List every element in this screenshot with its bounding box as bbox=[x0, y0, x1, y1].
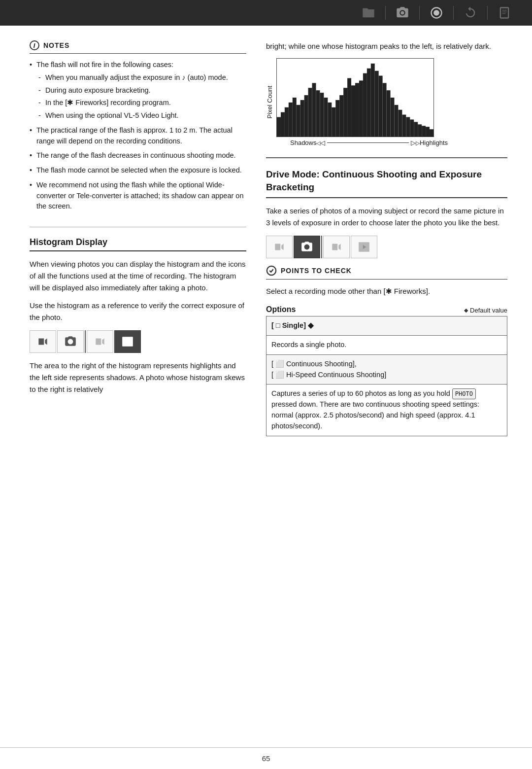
rotate-icon[interactable] bbox=[463, 5, 478, 21]
svg-rect-8 bbox=[297, 105, 300, 137]
mode-icon-separator bbox=[85, 330, 86, 353]
svg-rect-19 bbox=[339, 95, 343, 137]
table-row-single-desc: Records a single photo. bbox=[266, 336, 507, 355]
histogram-continued-text: bright; while one whose histogram peaks … bbox=[266, 40, 507, 52]
svg-rect-31 bbox=[387, 90, 391, 137]
svg-rect-9 bbox=[300, 100, 304, 137]
top-navigation-bar bbox=[0, 0, 532, 26]
histogram-para-2: Use the histogram as a reference to veri… bbox=[30, 300, 246, 323]
svg-rect-14 bbox=[320, 93, 324, 137]
svg-rect-21 bbox=[347, 78, 351, 137]
mode-icon-video bbox=[30, 330, 56, 353]
histogram-bottom-text: The area to the right of the histogram r… bbox=[30, 360, 246, 395]
nav-divider-4 bbox=[487, 6, 488, 20]
option-continuous-desc: Captures a series of up to 60 photos as … bbox=[266, 384, 507, 436]
svg-rect-13 bbox=[316, 90, 320, 137]
notes-list: The flash will not fire in the following… bbox=[30, 60, 246, 212]
arrow-left: ◁ bbox=[316, 139, 325, 146]
drive-mode-intro: Take a series of photos of a moving subj… bbox=[266, 205, 507, 229]
svg-rect-42 bbox=[430, 129, 433, 137]
svg-rect-15 bbox=[324, 98, 328, 137]
nav-divider bbox=[385, 6, 386, 20]
svg-rect-16 bbox=[328, 103, 332, 137]
notes-subitem-1: When you manually adjust the exposure in… bbox=[38, 72, 246, 83]
right-column: bright; while one whose histogram peaks … bbox=[266, 40, 507, 737]
histogram-chart-area: Pixel Count bbox=[266, 58, 507, 146]
svg-rect-27 bbox=[371, 64, 375, 137]
table-row-continuous: [ ⬜ Continuous Shooting],[ ⬜ Hi-Speed Co… bbox=[266, 354, 507, 384]
drive-mode-separator bbox=[321, 236, 322, 258]
option-continuous: [ ⬜ Continuous Shooting],[ ⬜ Hi-Speed Co… bbox=[266, 354, 507, 384]
histogram-para-1: When viewing photos you can display the … bbox=[30, 258, 246, 294]
mode-icon-review bbox=[87, 330, 113, 353]
drive-mode-icon-review bbox=[323, 236, 350, 258]
notes-item-3: The range of the flash decreases in cont… bbox=[30, 150, 246, 161]
svg-rect-22 bbox=[351, 85, 355, 137]
svg-rect-30 bbox=[383, 83, 387, 137]
svg-rect-36 bbox=[406, 117, 410, 137]
svg-rect-10 bbox=[304, 95, 308, 137]
folder-icon[interactable] bbox=[361, 5, 376, 21]
svg-point-1 bbox=[433, 10, 439, 16]
svg-rect-32 bbox=[391, 98, 395, 137]
svg-rect-11 bbox=[308, 88, 312, 137]
svg-rect-34 bbox=[398, 110, 402, 137]
histogram-axis-labels: Shadows ◁ ▷ Highlights bbox=[290, 139, 448, 146]
notes-sublist-1: When you manually adjust the exposure in… bbox=[36, 72, 246, 121]
svg-rect-37 bbox=[410, 119, 414, 137]
histogram-chart bbox=[276, 58, 434, 137]
svg-rect-24 bbox=[359, 80, 363, 137]
svg-rect-18 bbox=[335, 100, 339, 137]
book-icon[interactable] bbox=[497, 5, 512, 21]
mode-icon-photo bbox=[57, 330, 84, 353]
drive-mode-icons bbox=[266, 236, 507, 258]
svg-rect-25 bbox=[363, 73, 367, 137]
notes-item-1-text: The flash will not fire in the following… bbox=[36, 61, 173, 69]
nav-divider-2 bbox=[419, 6, 420, 20]
svg-rect-33 bbox=[395, 105, 399, 137]
svg-rect-3 bbox=[277, 117, 281, 137]
highlights-label: Highlights bbox=[420, 139, 448, 146]
notes-subitem-2: During auto exposure bracketing. bbox=[38, 85, 246, 96]
svg-rect-41 bbox=[426, 127, 430, 137]
table-row-continuous-desc: Captures a series of up to 60 photos as … bbox=[266, 384, 507, 436]
default-value-note: ◆ Default value bbox=[464, 307, 507, 314]
table-row-single: [ □ Single] ◆ bbox=[266, 316, 507, 336]
option-single: [ □ Single] ◆ bbox=[266, 316, 507, 336]
notes-item-1: The flash will not fire in the following… bbox=[30, 60, 246, 121]
svg-rect-29 bbox=[379, 76, 383, 137]
arrow-line bbox=[327, 142, 408, 143]
svg-rect-5 bbox=[285, 107, 289, 137]
notes-title: NOTES bbox=[43, 41, 69, 49]
svg-rect-35 bbox=[402, 115, 406, 137]
points-text: Select a recording mode other than [✱ Fi… bbox=[266, 285, 507, 297]
notes-item-5: We recommend not using the flash while t… bbox=[30, 180, 246, 212]
notes-subitem-3: In the [✱ Fireworks] recording program. bbox=[38, 98, 246, 108]
drive-mode-icon-camera bbox=[294, 236, 320, 258]
mode-icon-playback bbox=[114, 330, 141, 353]
notes-subitem-4: When using the optional VL-5 Video Light… bbox=[38, 110, 246, 121]
options-header-row: Options ◆ Default value bbox=[266, 305, 507, 314]
svg-rect-23 bbox=[355, 83, 359, 137]
info-icon: i bbox=[30, 40, 39, 50]
histogram-title: Histogram Display bbox=[30, 237, 246, 251]
shadows-label: Shadows bbox=[290, 139, 316, 146]
histogram-mode-icons bbox=[30, 330, 246, 353]
default-value-text: Default value bbox=[470, 307, 507, 314]
left-column: i NOTES The flash will not fire in the f… bbox=[30, 40, 246, 737]
svg-rect-7 bbox=[293, 98, 297, 137]
svg-rect-6 bbox=[289, 103, 293, 137]
options-label: Options bbox=[266, 305, 296, 314]
arrow-right: ▷ bbox=[411, 139, 420, 146]
svg-rect-40 bbox=[422, 126, 426, 137]
main-content: i NOTES The flash will not fire in the f… bbox=[0, 26, 532, 747]
svg-rect-26 bbox=[367, 69, 371, 137]
points-to-check-header: POINTS TO CHECK bbox=[266, 265, 507, 280]
points-to-check-label: POINTS TO CHECK bbox=[281, 267, 352, 275]
drive-mode-icon-playback bbox=[351, 236, 377, 258]
drive-mode-section: Drive Mode: Continuous Shooting and Expo… bbox=[266, 168, 507, 436]
diamond-symbol: ◆ bbox=[464, 307, 468, 314]
svg-rect-28 bbox=[375, 71, 379, 137]
camera-icon[interactable] bbox=[395, 5, 410, 21]
lens-icon[interactable] bbox=[429, 5, 444, 21]
